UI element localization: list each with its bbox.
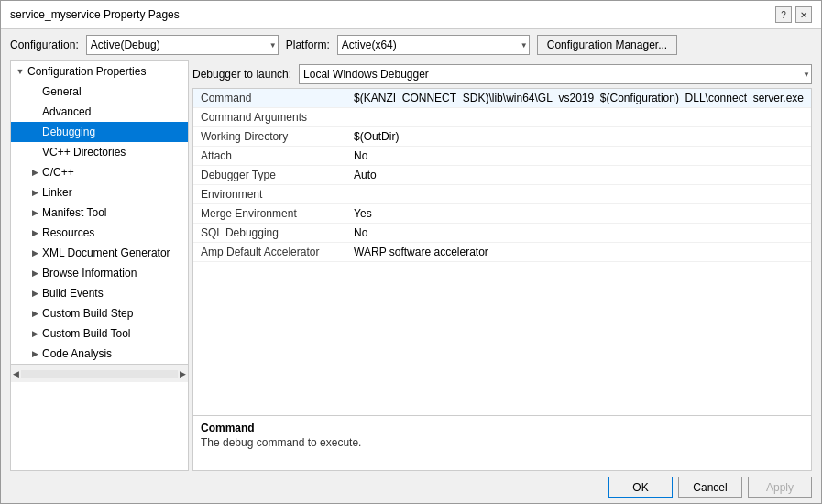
title-bar-controls: ? ✕ <box>775 6 812 23</box>
scroll-right-icon[interactable]: ▶ <box>180 369 186 378</box>
sidebar-item-advanced[interactable]: Advanced <box>11 102 188 122</box>
info-title: Command <box>201 422 804 434</box>
vc-dirs-expand-icon <box>29 147 40 158</box>
browse-info-expand-icon: ▶ <box>29 268 40 279</box>
sidebar-item-general[interactable]: General <box>11 82 188 102</box>
sidebar-item-resources[interactable]: ▶ Resources <box>11 223 188 243</box>
tree-root-label: Configuration Properties <box>27 63 146 80</box>
prop-value: WARP software accelerator <box>346 243 811 262</box>
sidebar-item-cpp-label: C/C++ <box>42 164 74 181</box>
tree-root[interactable]: ▼ Configuration Properties <box>11 61 188 82</box>
advanced-expand-icon <box>29 106 40 117</box>
table-row[interactable]: Amp Default AcceleratorWARP software acc… <box>193 243 811 262</box>
sidebar-item-code-analysis-label: Code Analysis <box>42 345 112 362</box>
prop-value: No <box>346 147 811 166</box>
table-row[interactable]: Debugger TypeAuto <box>193 166 811 185</box>
sidebar-item-linker[interactable]: ▶ Linker <box>11 182 188 203</box>
prop-name: Amp Default Accelerator <box>193 243 346 262</box>
sidebar-item-cpp[interactable]: ▶ C/C++ <box>11 162 188 182</box>
prop-name: Merge Environment <box>193 204 346 224</box>
xml-doc-expand-icon: ▶ <box>29 247 40 258</box>
sidebar-item-debugging-label: Debugging <box>42 124 95 140</box>
prop-name: Command Arguments <box>193 108 346 127</box>
sidebar-item-code-analysis[interactable]: ▶ Code Analysis <box>11 344 188 364</box>
sidebar-item-custom-build-tool[interactable]: ▶ Custom Build Tool <box>11 323 188 344</box>
scroll-left-icon[interactable]: ◀ <box>13 369 19 378</box>
debugger-label: Debugger to launch: <box>192 68 291 81</box>
prop-value <box>346 185 811 204</box>
debugger-select-wrapper: Local Windows Debugger ▼ <box>299 64 812 84</box>
prop-name: SQL Debugging <box>193 224 346 243</box>
root-expand-icon: ▼ <box>15 66 26 77</box>
scroll-track[interactable] <box>21 370 178 378</box>
prop-value <box>346 108 811 127</box>
configuration-manager-button[interactable]: Configuration Manager... <box>537 35 677 55</box>
cancel-button[interactable]: Cancel <box>678 477 742 498</box>
table-row[interactable]: Working Directory$(OutDir) <box>193 127 811 147</box>
table-row[interactable]: AttachNo <box>193 147 811 166</box>
ok-button[interactable]: OK <box>608 477 673 498</box>
prop-value: Yes <box>346 204 811 224</box>
table-row[interactable]: SQL DebuggingNo <box>193 224 811 243</box>
sidebar-item-browse-info[interactable]: ▶ Browse Information <box>11 263 188 283</box>
general-expand-icon <box>29 86 40 97</box>
help-button[interactable]: ? <box>775 6 792 23</box>
debugging-expand-icon <box>29 126 40 137</box>
properties-table-container: Command$(KANZI_CONNECT_SDK)\lib\win64\GL… <box>192 88 812 416</box>
sidebar-item-vc-dirs-label: VC++ Directories <box>42 144 126 160</box>
platform-select-wrapper: Active(x64) ▼ <box>337 35 530 55</box>
config-select-wrapper: Active(Debug) ▼ <box>86 35 279 55</box>
table-row[interactable]: Merge EnvironmentYes <box>193 204 811 224</box>
table-row[interactable]: Environment <box>193 185 811 204</box>
prop-value: $(OutDir) <box>346 127 811 147</box>
config-label: Configuration: <box>10 38 79 51</box>
cpp-expand-icon: ▶ <box>29 167 40 178</box>
dialog-title: service_myservice Property Pages <box>10 8 180 21</box>
linker-expand-icon: ▶ <box>29 187 40 198</box>
title-bar: service_myservice Property Pages ? ✕ <box>1 1 821 29</box>
prop-name: Working Directory <box>193 127 346 147</box>
prop-name: Debugger Type <box>193 166 346 185</box>
sidebar-item-browse-info-label: Browse Information <box>42 265 137 281</box>
main-content: ▼ Configuration Properties General Advan… <box>1 60 821 471</box>
close-button[interactable]: ✕ <box>795 6 812 23</box>
bottom-bar: OK Cancel Apply <box>1 471 821 503</box>
config-select[interactable]: Active(Debug) <box>86 35 279 55</box>
platform-select[interactable]: Active(x64) <box>337 35 530 55</box>
sidebar-item-custom-build-tool-label: Custom Build Tool <box>42 325 131 342</box>
prop-name: Environment <box>193 185 346 204</box>
sidebar-item-vc-dirs[interactable]: VC++ Directories <box>11 142 188 162</box>
sidebar-item-advanced-label: Advanced <box>42 104 91 120</box>
sidebar-item-build-events-label: Build Events <box>42 285 104 301</box>
sidebar-item-linker-label: Linker <box>42 184 72 201</box>
prop-value: $(KANZI_CONNECT_SDK)\lib\win64\GL_vs2019… <box>346 89 811 108</box>
config-row: Configuration: Active(Debug) ▼ Platform:… <box>1 29 821 60</box>
sidebar-item-build-events[interactable]: ▶ Build Events <box>11 283 188 303</box>
code-analysis-expand-icon: ▶ <box>29 348 40 359</box>
table-row[interactable]: Command$(KANZI_CONNECT_SDK)\lib\win64\GL… <box>193 89 811 108</box>
properties-table: Command$(KANZI_CONNECT_SDK)\lib\win64\GL… <box>193 89 811 262</box>
debugger-select[interactable]: Local Windows Debugger <box>299 64 812 84</box>
manifest-tool-expand-icon: ▶ <box>29 207 40 218</box>
sidebar-item-custom-build-step[interactable]: ▶ Custom Build Step <box>11 303 188 323</box>
sidebar-item-custom-build-step-label: Custom Build Step <box>42 305 133 322</box>
apply-button[interactable]: Apply <box>748 477 812 498</box>
prop-name: Attach <box>193 147 346 166</box>
right-panel: Debugger to launch: Local Windows Debugg… <box>192 60 812 471</box>
info-description: The debug command to execute. <box>201 436 804 449</box>
build-events-expand-icon: ▶ <box>29 288 40 299</box>
sidebar-item-resources-label: Resources <box>42 225 94 241</box>
table-row[interactable]: Command Arguments <box>193 108 811 127</box>
prop-name: Command <box>193 89 346 108</box>
tree-scrollbar[interactable]: ◀ ▶ <box>11 364 188 382</box>
sidebar-item-general-label: General <box>42 83 82 100</box>
info-panel: Command The debug command to execute. <box>192 416 812 471</box>
resources-expand-icon: ▶ <box>29 227 40 238</box>
prop-value: No <box>346 224 811 243</box>
property-pages-dialog: service_myservice Property Pages ? ✕ Con… <box>0 0 822 504</box>
custom-build-step-expand-icon: ▶ <box>29 308 40 319</box>
sidebar-item-xml-doc[interactable]: ▶ XML Document Generator <box>11 243 188 263</box>
platform-label: Platform: <box>286 38 330 51</box>
sidebar-item-debugging[interactable]: Debugging <box>11 122 188 142</box>
sidebar-item-manifest-tool[interactable]: ▶ Manifest Tool <box>11 203 188 223</box>
